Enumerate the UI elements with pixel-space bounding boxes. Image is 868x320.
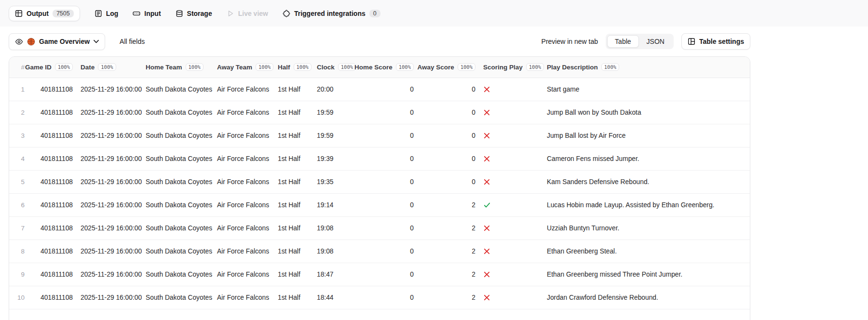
cell-scoring-play[interactable] xyxy=(479,216,543,240)
cell-away-score[interactable]: 0 xyxy=(418,147,479,170)
cell-home-team[interactable]: South Dakota Coyotes xyxy=(142,78,213,101)
fields-filter-label[interactable]: All fields xyxy=(120,38,145,45)
view-selector-button[interactable]: Game Overview xyxy=(9,33,105,50)
cell-date[interactable]: 2025-11-29 16:00:00 xyxy=(77,147,142,170)
cell-clock[interactable]: 19:35 xyxy=(313,170,353,193)
tab-storage[interactable]: Storage xyxy=(176,10,212,17)
cell-home-team[interactable]: South Dakota Coyotes xyxy=(142,101,213,124)
cell-game-id[interactable]: 401811108 xyxy=(28,124,77,147)
column-header-scoring-play[interactable]: Scoring Play100% xyxy=(479,57,543,78)
column-header-half[interactable]: Half100% xyxy=(274,57,313,78)
row-number[interactable]: 3 xyxy=(9,124,28,147)
cell-away-team[interactable]: Air Force Falcons xyxy=(213,240,274,263)
cell-half[interactable]: 1st Half xyxy=(274,263,313,286)
cell-home-score[interactable]: 0 xyxy=(353,216,418,240)
cell-scoring-play[interactable] xyxy=(479,263,543,286)
cell-date[interactable]: 2025-11-29 16:00:00 xyxy=(77,263,142,286)
row-number[interactable]: 5 xyxy=(9,170,28,193)
cell-clock[interactable]: 19:08 xyxy=(313,240,353,263)
cell-date[interactable]: 2025-11-29 16:00:00 xyxy=(77,78,142,101)
cell-home-score[interactable]: 0 xyxy=(353,78,418,101)
cell-away-team[interactable]: Air Force Falcons xyxy=(213,170,274,193)
cell-away-score[interactable]: 2 xyxy=(418,263,479,286)
column-header-play-description[interactable]: Play Description100% xyxy=(543,57,750,78)
cell-half[interactable]: 1st Half xyxy=(274,78,313,101)
column-header-game-id[interactable]: Game ID100% xyxy=(28,57,77,78)
cell-play-description[interactable]: Ethan Greenberg Steal. xyxy=(543,240,750,263)
cell-scoring-play[interactable] xyxy=(479,101,543,124)
cell-clock[interactable]: 19:59 xyxy=(313,124,353,147)
cell-play-description[interactable]: Kam Sanders Defensive Rebound. xyxy=(543,170,750,193)
cell-away-team[interactable]: Air Force Falcons xyxy=(213,78,274,101)
cell-play-description[interactable]: Lucas Hobin made Layup. Assisted by Etha… xyxy=(543,193,750,216)
cell-game-id[interactable]: 401811108 xyxy=(28,170,77,193)
row-number[interactable]: 6 xyxy=(9,193,28,216)
row-number[interactable]: 7 xyxy=(9,216,28,240)
row-number[interactable]: 1 xyxy=(9,78,28,101)
cell-home-team[interactable]: South Dakota Coyotes xyxy=(142,216,213,240)
cell-away-score[interactable]: 0 xyxy=(418,101,479,124)
format-option-table[interactable]: Table xyxy=(607,35,638,48)
column-header-away-score[interactable]: Away Score100% xyxy=(418,57,479,78)
cell-home-team[interactable]: South Dakota Coyotes xyxy=(142,124,213,147)
column-header-date[interactable]: Date100% xyxy=(77,57,142,78)
column-header-clock[interactable]: Clock100% xyxy=(313,57,353,78)
cell-home-score[interactable]: 0 xyxy=(353,170,418,193)
cell-scoring-play[interactable] xyxy=(479,78,543,101)
tab-input[interactable]: Input xyxy=(133,10,161,17)
cell-home-score[interactable]: 0 xyxy=(353,101,418,124)
cell-home-team[interactable]: South Dakota Coyotes xyxy=(142,240,213,263)
cell-home-team[interactable]: South Dakota Coyotes xyxy=(142,263,213,286)
tab-triggered-integrations[interactable]: Triggered integrations 0 xyxy=(283,10,380,17)
cell-half[interactable]: 1st Half xyxy=(274,170,313,193)
row-number[interactable]: 8 xyxy=(9,240,28,263)
cell-clock[interactable]: 19:59 xyxy=(313,101,353,124)
cell-away-team[interactable]: Air Force Falcons xyxy=(213,101,274,124)
cell-clock[interactable]: 19:14 xyxy=(313,193,353,216)
cell-away-team[interactable]: Air Force Falcons xyxy=(213,193,274,216)
cell-date[interactable]: 2025-11-29 16:00:00 xyxy=(77,124,142,147)
cell-scoring-play[interactable] xyxy=(479,147,543,170)
cell-half[interactable]: 1st Half xyxy=(274,147,313,170)
cell-play-description[interactable]: Start game xyxy=(543,78,750,101)
cell-half[interactable]: 1st Half xyxy=(274,240,313,263)
cell-scoring-play[interactable] xyxy=(479,170,543,193)
column-header-home-team[interactable]: Home Team100% xyxy=(142,57,213,78)
cell-date[interactable]: 2025-11-29 16:00:00 xyxy=(77,240,142,263)
cell-clock[interactable]: 19:08 xyxy=(313,216,353,240)
cell-away-team[interactable]: Air Force Falcons xyxy=(213,124,274,147)
cell-home-team[interactable]: South Dakota Coyotes xyxy=(142,193,213,216)
cell-half[interactable]: 1st Half xyxy=(274,193,313,216)
tab-live-view[interactable]: Live view xyxy=(227,10,268,17)
cell-home-score[interactable]: 0 xyxy=(353,147,418,170)
cell-scoring-play[interactable] xyxy=(479,286,543,309)
cell-away-score[interactable]: 0 xyxy=(418,78,479,101)
cell-date[interactable]: 2025-11-29 16:00:00 xyxy=(77,101,142,124)
cell-away-team[interactable]: Air Force Falcons xyxy=(213,286,274,309)
cell-clock[interactable]: 18:44 xyxy=(313,286,353,309)
cell-home-team[interactable]: South Dakota Coyotes xyxy=(142,286,213,309)
cell-half[interactable]: 1st Half xyxy=(274,286,313,309)
cell-clock[interactable]: 18:47 xyxy=(313,263,353,286)
cell-date[interactable]: 2025-11-29 16:00:00 xyxy=(77,193,142,216)
cell-play-description[interactable]: Jump Ball lost by Air Force xyxy=(543,124,750,147)
cell-away-score[interactable]: 2 xyxy=(418,216,479,240)
cell-game-id[interactable]: 401811108 xyxy=(28,240,77,263)
cell-home-score[interactable]: 0 xyxy=(353,286,418,309)
cell-away-team[interactable]: Air Force Falcons xyxy=(213,216,274,240)
cell-game-id[interactable]: 401811108 xyxy=(28,147,77,170)
cell-game-id[interactable]: 401811108 xyxy=(28,216,77,240)
cell-half[interactable]: 1st Half xyxy=(274,101,313,124)
cell-clock[interactable]: 20:00 xyxy=(313,78,353,101)
cell-game-id[interactable]: 401811108 xyxy=(28,263,77,286)
cell-home-score[interactable]: 0 xyxy=(353,263,418,286)
cell-scoring-play[interactable] xyxy=(479,124,543,147)
row-number[interactable]: 4 xyxy=(9,147,28,170)
row-number[interactable]: 9 xyxy=(9,263,28,286)
format-option-json[interactable]: JSON xyxy=(639,35,672,48)
row-number[interactable]: 10 xyxy=(9,286,28,309)
cell-away-score[interactable]: 2 xyxy=(418,240,479,263)
table-settings-button[interactable]: Table settings xyxy=(681,33,750,50)
preview-in-new-tab-link[interactable]: Preview in new tab xyxy=(542,38,598,45)
cell-game-id[interactable]: 401811108 xyxy=(28,286,77,309)
